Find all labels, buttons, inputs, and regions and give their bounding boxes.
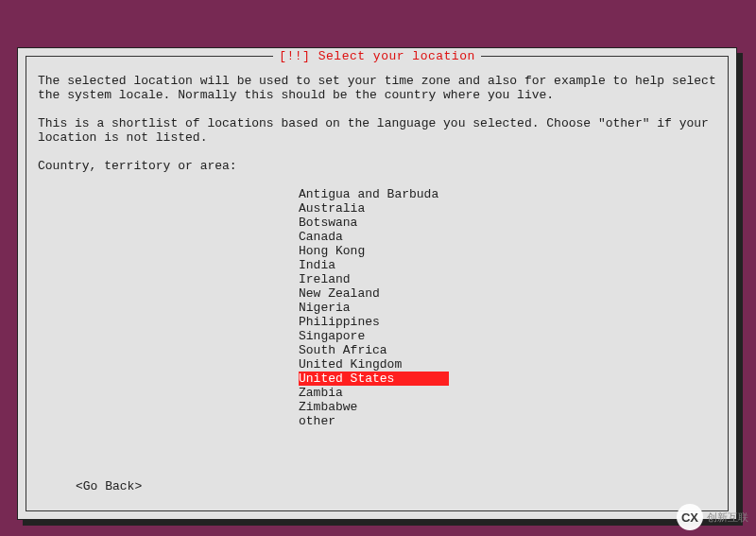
location-item[interactable]: other — [299, 414, 716, 428]
go-back-button[interactable]: <Go Back> — [76, 479, 142, 493]
dialog-body: The selected location will be used to se… — [26, 57, 728, 428]
location-list[interactable]: Antigua and BarbudaAustraliaBotswanaCana… — [299, 187, 716, 428]
dialog-title-wrap: [!!] Select your location — [26, 49, 728, 63]
prompt-label: Country, territory or area: — [38, 159, 716, 173]
dialog-title: [!!] Select your location — [273, 49, 481, 63]
watermark: CX 创新互联 — [677, 504, 748, 530]
watermark-icon: CX — [677, 504, 703, 530]
location-item[interactable]: Antigua and Barbuda — [299, 187, 716, 201]
location-item[interactable]: Canada — [299, 230, 716, 244]
location-dialog: [!!] Select your location The selected l… — [17, 47, 737, 520]
location-item[interactable]: Botswana — [299, 216, 716, 230]
dialog-border: [!!] Select your location The selected l… — [26, 56, 729, 511]
location-item[interactable]: Australia — [299, 201, 716, 216]
location-item[interactable]: South Africa — [299, 343, 716, 357]
location-item[interactable]: New Zealand — [299, 286, 716, 301]
description-1: The selected location will be used to se… — [38, 74, 716, 102]
location-item[interactable]: Ireland — [299, 272, 716, 286]
location-item[interactable]: Nigeria — [299, 301, 716, 315]
location-item[interactable]: United Kingdom — [299, 357, 716, 372]
location-item[interactable]: Hong Kong — [299, 244, 716, 258]
watermark-text: 创新互联 — [707, 510, 748, 525]
location-item[interactable]: Singapore — [299, 329, 716, 343]
description-2: This is a shortlist of locations based o… — [38, 116, 716, 145]
location-item[interactable]: United States — [299, 372, 449, 386]
location-item[interactable]: Philippines — [299, 315, 716, 329]
location-item[interactable]: India — [299, 258, 716, 272]
location-item[interactable]: Zimbabwe — [299, 400, 716, 414]
location-item[interactable]: Zambia — [299, 386, 716, 400]
